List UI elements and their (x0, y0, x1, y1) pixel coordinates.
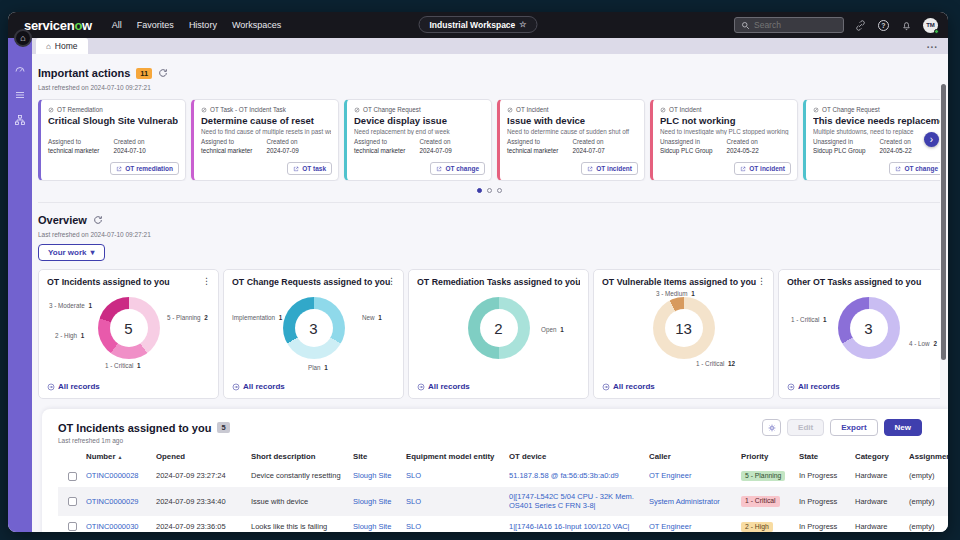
all-records-link[interactable]: All records (602, 382, 655, 391)
important-action-card[interactable]: OT Change Request This device needs repl… (803, 99, 940, 181)
card-field-created: Created on2024-07-10 (113, 138, 145, 154)
column-header[interactable]: OT device (505, 448, 645, 465)
card-open-record-button[interactable]: OT change (430, 162, 485, 175)
row-checkbox[interactable] (68, 522, 77, 531)
vertical-scrollbar[interactable] (941, 84, 946, 360)
records-circle-icon (417, 383, 425, 391)
carousel-dot[interactable] (477, 188, 482, 193)
column-header[interactable]: Number▲ (82, 448, 152, 465)
topnav-link[interactable]: History (189, 20, 217, 30)
column-header[interactable]: Equipment model entity (402, 448, 505, 465)
home-button[interactable]: ⌂ (14, 29, 32, 47)
carousel-dot[interactable] (497, 188, 502, 193)
tab-home[interactable]: ⌂ Home (36, 38, 88, 54)
card-open-record-button[interactable]: OT remediation (110, 162, 179, 175)
cell-equipment-model[interactable]: SLO (402, 517, 505, 532)
important-action-card[interactable]: OT Remediation Critical Slough Site Vuln… (38, 99, 186, 181)
search-input[interactable] (754, 20, 837, 30)
cell-number[interactable]: OTINC0000028 (82, 466, 152, 485)
cell-caller[interactable]: System Administrator (645, 492, 737, 511)
priority-badge: 2 - High (741, 522, 773, 532)
card-field-created: Created on2024-07-09 (266, 138, 298, 154)
table-settings-button[interactable] (762, 419, 781, 436)
cell-site[interactable]: Slough Site (349, 466, 402, 485)
column-header[interactable]: Caller (645, 448, 737, 465)
column-header[interactable]: Short description (247, 448, 349, 465)
column-header[interactable]: Opened (152, 448, 247, 465)
all-records-link[interactable]: All records (787, 382, 840, 391)
topnav-link[interactable]: All (112, 20, 122, 30)
important-action-card[interactable]: OT Change Request Device display issue N… (344, 99, 492, 181)
important-action-card[interactable]: OT Incident PLC not working Need to inve… (650, 99, 798, 181)
help-icon[interactable]: ? (877, 19, 890, 32)
column-header[interactable]: State (795, 448, 851, 465)
row-checkbox[interactable] (68, 497, 77, 506)
cell-number[interactable]: OTINC0000029 (82, 492, 152, 511)
card-type-icon (507, 107, 513, 113)
top-nav: servicenow All Favorites History Workspa… (8, 12, 948, 38)
column-header[interactable]: Site (349, 448, 402, 465)
carousel-dot[interactable] (487, 188, 492, 193)
card-type: OT Change Request (813, 106, 940, 113)
important-actions-title: Important actions (38, 67, 130, 79)
topnav-links: All Favorites History Workspaces (112, 20, 281, 30)
connect-icon[interactable] (854, 19, 867, 32)
refresh-icon[interactable] (158, 64, 168, 82)
topnav-link[interactable]: Favorites (137, 20, 174, 30)
donut-total: 5 (110, 309, 148, 347)
refresh-icon[interactable] (93, 211, 103, 229)
all-records-link[interactable]: All records (417, 382, 470, 391)
export-button[interactable]: Export (830, 419, 877, 436)
edit-button[interactable]: Edit (787, 419, 824, 436)
left-sidebar (8, 54, 32, 532)
cell-caller[interactable]: OT Engineer (645, 517, 737, 532)
card-open-record-button[interactable]: OT incident (734, 162, 791, 175)
tab-overflow-button[interactable]: ... (927, 39, 948, 54)
card-description: Need to investigate why PLC stopped work… (660, 128, 790, 135)
all-records-link[interactable]: All records (47, 382, 100, 391)
cell-equipment-model[interactable]: SLO (402, 492, 505, 511)
list-menu-icon[interactable] (14, 89, 26, 101)
cell-short-description: Device constantly resetting (247, 466, 349, 485)
user-avatar[interactable]: TM (923, 18, 938, 33)
kebab-menu-icon[interactable]: ⋮ (202, 276, 211, 286)
cell-caller[interactable]: OT Engineer (645, 466, 737, 485)
all-records-link[interactable]: All records (232, 382, 285, 391)
cell-state: In Progress (795, 466, 851, 485)
cell-short-description: Looks like this is failing (247, 517, 349, 532)
cell-number[interactable]: OTINC0000030 (82, 517, 152, 532)
dashboard-gauge-icon[interactable] (14, 64, 26, 76)
kebab-menu-icon[interactable]: ⋮ (757, 276, 766, 286)
important-action-card[interactable]: OT Incident Issue with device Need to de… (497, 99, 645, 181)
card-open-record-button[interactable]: OT change (889, 162, 940, 175)
kebab-menu-icon[interactable]: ⋮ (572, 276, 581, 286)
column-header[interactable]: Category (851, 448, 905, 465)
favorite-star-icon[interactable]: ☆ (519, 20, 526, 29)
cell-site[interactable]: Slough Site (349, 492, 402, 511)
hierarchy-icon[interactable] (14, 114, 26, 126)
records-circle-icon (232, 383, 240, 391)
workspace-pill[interactable]: Industrial Workspace ☆ (419, 16, 538, 33)
card-field-created: Created on2024-07-09 (419, 138, 451, 154)
your-work-dropdown[interactable]: Your work ▾ (38, 244, 105, 261)
cell-equipment-model[interactable]: SLO (402, 466, 505, 485)
column-header[interactable]: Priority (737, 448, 795, 465)
cell-site[interactable]: Slough Site (349, 517, 402, 532)
row-checkbox[interactable] (68, 472, 77, 481)
card-open-record-button[interactable]: OT task (287, 162, 332, 175)
search-icon (741, 21, 750, 30)
card-open-record-button[interactable]: OT incident (581, 162, 638, 175)
notifications-bell-icon[interactable] (900, 19, 913, 32)
carousel-next-button[interactable]: › (924, 132, 939, 147)
topnav-link[interactable]: Workspaces (232, 20, 281, 30)
cell-ot-device[interactable]: 51.187.8.58 @ fa:56:d5:3b:a0:d9 (505, 466, 645, 485)
donut-total: 3 (850, 309, 888, 347)
global-search[interactable] (734, 17, 844, 33)
new-button[interactable]: New (884, 419, 922, 436)
important-action-card[interactable]: OT Task - OT Incident Task Determine cau… (191, 99, 339, 181)
column-header[interactable]: Assignment (905, 448, 948, 465)
servicenow-logo[interactable]: servicenow (24, 18, 92, 33)
cell-ot-device[interactable]: 0|[1747-L542C 5/04 CPU - 32K Mem. OS401 … (505, 487, 645, 516)
kebab-menu-icon[interactable]: ⋮ (387, 276, 396, 286)
cell-ot-device[interactable]: 1|[1746-IA16 16-Input 100/120 VAC| (505, 517, 645, 532)
